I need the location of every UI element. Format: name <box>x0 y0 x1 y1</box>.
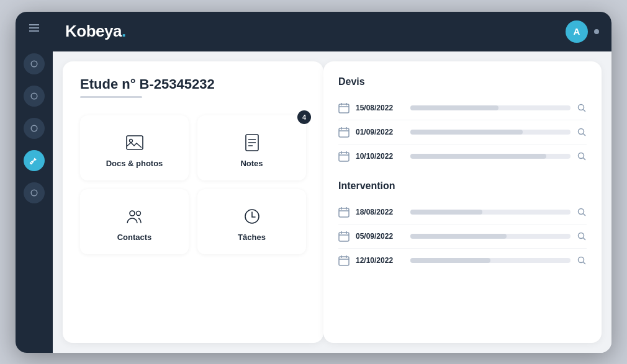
svg-point-4 <box>31 93 37 99</box>
sidebar-item-2[interactable] <box>24 86 45 107</box>
svg-line-21 <box>584 109 586 112</box>
note-icon <box>242 133 262 153</box>
left-panel: Etude n° B-25345232 Docs & photos <box>63 61 323 343</box>
svg-point-32 <box>579 153 584 158</box>
sidebar-item-home[interactable] <box>24 53 45 74</box>
card-docs-photos[interactable]: Docs & photos <box>80 115 189 180</box>
image-icon <box>125 133 145 153</box>
devis-bar-2 <box>410 130 571 135</box>
menu-icon[interactable] <box>28 22 40 37</box>
card-docs-photos-label: Docs & photos <box>106 159 163 168</box>
intervention-bar-inner-2 <box>410 234 507 239</box>
devis-bar-inner-2 <box>410 130 523 135</box>
sidebar <box>16 12 53 353</box>
search-icon-4[interactable] <box>577 207 587 217</box>
svg-point-20 <box>579 104 584 110</box>
calendar-icon-1 <box>338 102 350 113</box>
intervention-section-title: Intervention <box>338 180 587 192</box>
logo-text: Kobeya <box>65 22 122 40</box>
devis-bar-inner-3 <box>410 154 546 159</box>
devis-item-1[interactable]: 15/08/2022 <box>338 96 587 120</box>
svg-point-8 <box>129 139 132 142</box>
svg-point-5 <box>31 125 37 131</box>
calendar-icon-2 <box>338 127 350 138</box>
devis-list: 15/08/2022 <box>338 96 587 168</box>
logo: Kobeya. <box>65 22 126 41</box>
search-icon-3[interactable] <box>577 151 587 161</box>
devis-bar-inner-1 <box>410 105 498 110</box>
logo-dot: . <box>122 22 126 40</box>
svg-line-51 <box>584 262 586 264</box>
sidebar-item-active[interactable] <box>24 150 45 171</box>
sidebar-item-5[interactable] <box>24 182 45 203</box>
svg-point-13 <box>130 211 135 216</box>
svg-line-39 <box>584 213 586 216</box>
notes-badge: 4 <box>297 110 311 124</box>
card-taches-label: Tâches <box>238 233 266 242</box>
card-contacts[interactable]: Contacts <box>80 189 189 254</box>
svg-point-26 <box>579 128 584 134</box>
devis-date-2: 01/09/2022 <box>356 128 404 136</box>
right-panel: Devis 15/08/2022 <box>323 61 602 343</box>
sidebar-item-3[interactable] <box>24 118 45 139</box>
clock-icon <box>242 206 262 226</box>
calendar-icon-4 <box>338 206 350 218</box>
calendar-icon-5 <box>338 231 350 242</box>
devis-date-1: 15/08/2022 <box>356 104 404 112</box>
intervention-item-1[interactable]: 18/08/2022 <box>338 200 587 224</box>
intervention-item-2[interactable]: 05/09/2022 <box>338 224 587 249</box>
search-icon-2[interactable] <box>577 127 587 137</box>
svg-point-3 <box>31 61 37 67</box>
devis-section-title: Devis <box>338 76 587 87</box>
svg-line-33 <box>584 158 586 160</box>
intervention-date-3: 12/10/2022 <box>356 256 404 265</box>
devis-item-3[interactable]: 10/10/2022 <box>338 144 587 168</box>
card-notes-label: Notes <box>240 159 263 168</box>
svg-rect-40 <box>339 233 349 241</box>
search-icon-6[interactable] <box>577 255 587 265</box>
contacts-icon <box>125 206 145 226</box>
svg-rect-46 <box>339 257 349 265</box>
cards-grid: Docs & photos 4 Notes <box>80 115 306 254</box>
svg-rect-22 <box>339 128 349 137</box>
devis-item-2[interactable]: 01/09/2022 <box>338 120 587 144</box>
search-icon-5[interactable] <box>577 231 587 241</box>
intervention-date-1: 18/08/2022 <box>356 208 404 216</box>
intervention-bar-inner-3 <box>410 258 490 263</box>
intervention-bar-1 <box>410 210 571 215</box>
device-frame: Kobeya. A Etude n° B-25345232 <box>16 12 611 353</box>
svg-point-50 <box>579 257 584 262</box>
svg-line-45 <box>584 237 586 240</box>
svg-rect-34 <box>339 208 349 217</box>
svg-rect-28 <box>339 153 349 161</box>
intervention-bar-3 <box>410 258 571 263</box>
intervention-item-3[interactable]: 12/10/2022 <box>338 249 587 272</box>
study-title: Etude n° B-25345232 <box>80 76 306 92</box>
devis-bar-3 <box>410 154 571 159</box>
intervention-date-2: 05/09/2022 <box>356 232 404 241</box>
search-icon-1[interactable] <box>577 103 587 113</box>
calendar-icon-6 <box>338 255 350 266</box>
card-contacts-label: Contacts <box>117 233 152 242</box>
svg-point-6 <box>31 190 37 196</box>
devis-date-3: 10/10/2022 <box>356 152 404 161</box>
intervention-bar-inner-1 <box>410 210 482 215</box>
devis-bar-1 <box>410 105 571 110</box>
header-dot-menu[interactable] <box>594 29 599 34</box>
main-area: Kobeya. A Etude n° B-25345232 <box>53 12 611 353</box>
svg-rect-16 <box>339 104 349 113</box>
calendar-icon-3 <box>338 151 350 162</box>
svg-rect-7 <box>127 136 143 149</box>
card-taches[interactable]: Tâches <box>197 189 306 254</box>
card-notes[interactable]: 4 Notes <box>197 115 306 180</box>
intervention-bar-2 <box>410 234 571 239</box>
svg-line-27 <box>584 133 586 136</box>
svg-point-14 <box>136 211 140 215</box>
svg-point-44 <box>579 233 584 238</box>
content-area: Etude n° B-25345232 Docs & photos <box>53 51 611 353</box>
intervention-list: 18/08/2022 <box>338 200 587 272</box>
avatar[interactable]: A <box>566 20 588 43</box>
study-underline <box>80 96 142 98</box>
svg-point-38 <box>579 208 584 214</box>
header: Kobeya. A <box>53 12 611 51</box>
